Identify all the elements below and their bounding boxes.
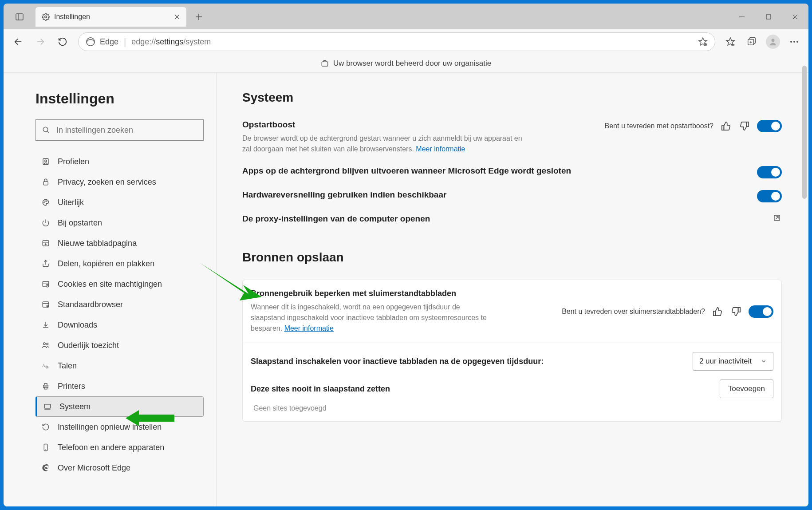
chevron-down-icon (761, 358, 767, 364)
vertical-tabs-button[interactable] (10, 7, 29, 27)
thumbs-up-button[interactable] (711, 305, 724, 318)
sidebar-item-startup[interactable]: Bij opstarten (35, 213, 204, 233)
sidebar-item-family[interactable]: Ouderlijk toezicht (35, 335, 204, 356)
language-icon: A字 (41, 362, 51, 370)
scrollbar-thumb[interactable] (802, 66, 807, 199)
sidebar-item-downloads[interactable]: Downloads (35, 315, 204, 335)
collections-button[interactable] (742, 32, 761, 51)
sidebar-item-appearance[interactable]: Uiterlijk (35, 192, 204, 213)
add-site-button[interactable]: Toevoegen (720, 380, 773, 398)
startup-boost-toggle[interactable] (757, 120, 782, 132)
browser-tab[interactable]: Instellingen (35, 7, 186, 27)
settings-title: Instellingen (35, 91, 204, 107)
svg-marker-18 (726, 38, 734, 45)
svg-point-34 (44, 202, 45, 203)
svg-rect-65 (713, 311, 716, 316)
sidebar-item-privacy[interactable]: Privacy, zoeken en services (35, 172, 204, 192)
sleeping-tabs-link[interactable]: Meer informatie (284, 324, 334, 332)
managed-by-org-bar: Uw browser wordt beheerd door uw organis… (4, 54, 808, 73)
close-window-button[interactable] (782, 7, 808, 27)
sidebar-item-newtab[interactable]: Nieuwe tabbladpagina (35, 233, 204, 253)
cookies-icon (41, 280, 51, 288)
gear-icon (42, 13, 50, 21)
svg-point-51 (43, 343, 46, 345)
browser-window: Instellingen Edge | edge://settings/syst… (4, 4, 808, 506)
svg-point-26 (793, 41, 795, 43)
url-separator: | (124, 37, 126, 47)
avatar-icon (766, 35, 780, 49)
monitor-icon (43, 403, 52, 411)
svg-point-36 (47, 201, 47, 202)
download-icon (41, 321, 51, 329)
svg-rect-8 (766, 15, 771, 19)
toolbar: Edge | edge://settings/system (4, 29, 808, 54)
svg-rect-31 (43, 158, 48, 165)
forward-button[interactable] (30, 32, 51, 52)
sidebar-item-defaultbrowser[interactable]: Standaardbrowser (35, 294, 204, 315)
setting-startup-boost: Opstartboost De browser wordt op de acht… (242, 120, 782, 154)
briefcase-icon (321, 59, 329, 67)
reset-icon (41, 423, 51, 431)
sleeping-tabs-title: Bronnengebruik beperken met sluimerstand… (251, 289, 562, 298)
background-apps-toggle[interactable] (757, 166, 782, 178)
never-sleep-empty: Geen sites toegevoegd (251, 398, 773, 412)
startup-boost-title: Opstartboost (242, 120, 588, 130)
thumbs-up-button[interactable] (720, 120, 732, 132)
svg-point-24 (772, 39, 775, 42)
sidebar-item-profiles[interactable]: Profielen (35, 151, 204, 172)
svg-rect-33 (43, 182, 48, 185)
hw-accel-title: Hardwareversnelling gebruiken indien bes… (242, 190, 588, 200)
address-bar[interactable]: Edge | edge://settings/system (78, 32, 715, 51)
close-tab-button[interactable] (174, 14, 180, 20)
thumbs-down-button[interactable] (738, 120, 751, 132)
sidebar-item-phone[interactable]: Telefoon en andere apparaten (35, 437, 204, 458)
sidebar-item-share[interactable]: Delen, kopiëren en plakken (35, 253, 204, 274)
profile-button[interactable] (763, 32, 783, 51)
startup-boost-link[interactable]: Meer informatie (416, 145, 465, 153)
search-input[interactable] (56, 126, 197, 135)
edge-logo-icon (86, 37, 95, 47)
sleep-after-label: Slaapstand inschakelen voor inactieve ta… (251, 357, 544, 366)
sleep-after-select[interactable]: 2 uur inactiviteit (693, 352, 773, 371)
svg-rect-61 (722, 126, 724, 130)
external-link-icon (773, 214, 782, 223)
back-button[interactable] (8, 32, 28, 52)
sidebar-item-cookies[interactable]: Cookies en site machtigingen (35, 274, 204, 294)
setting-hw-accel: Hardwareversnelling gebruiken indien bes… (242, 190, 782, 202)
sidebar-item-system[interactable]: Systeem (35, 396, 204, 417)
maximize-button[interactable] (755, 7, 782, 27)
svg-point-35 (45, 201, 46, 202)
menu-button[interactable] (784, 32, 804, 51)
favorite-star-icon[interactable] (698, 37, 708, 47)
page-heading: Systeem (242, 91, 782, 105)
refresh-button[interactable] (52, 32, 73, 52)
sleeping-tabs-card: Bronnengebruik beperken met sluimerstand… (242, 280, 782, 422)
hw-accel-toggle[interactable] (757, 190, 782, 202)
sleeping-tabs-toggle[interactable] (749, 305, 773, 318)
sidebar-item-about[interactable]: Over Microsoft Edge (35, 458, 204, 478)
setting-proxy[interactable]: De proxy-instellingen van de computer op… (242, 214, 782, 224)
sidebar-item-languages[interactable]: A字Talen (35, 356, 204, 376)
startup-boost-desc: De browser wordt op de achtergrond gesta… (242, 133, 526, 154)
titlebar: Instellingen (4, 4, 808, 29)
sidebar-item-printers[interactable]: Printers (35, 376, 204, 396)
thumbs-down-button[interactable] (730, 305, 742, 318)
newtab-icon (41, 239, 51, 247)
svg-point-27 (796, 41, 798, 43)
svg-rect-66 (738, 307, 741, 312)
svg-rect-28 (322, 62, 328, 66)
background-apps-title: Apps op de achtergrond blijven uitvoeren… (242, 166, 588, 176)
url-text: edge://settings/system (131, 37, 211, 47)
svg-point-29 (43, 127, 48, 132)
svg-rect-55 (43, 385, 48, 388)
svg-rect-57 (44, 404, 51, 408)
startup-feedback-text: Bent u tevreden met opstartboost? (605, 122, 713, 130)
svg-point-2 (45, 16, 47, 18)
minimize-button[interactable] (729, 7, 755, 27)
favorites-button[interactable] (721, 32, 740, 51)
new-tab-button[interactable] (190, 8, 208, 26)
sidebar-item-reset[interactable]: Instellingen opnieuw instellen (35, 417, 204, 437)
proxy-title: De proxy-instellingen van de computer op… (242, 214, 588, 224)
svg-line-30 (47, 131, 49, 133)
settings-search[interactable] (35, 119, 204, 141)
